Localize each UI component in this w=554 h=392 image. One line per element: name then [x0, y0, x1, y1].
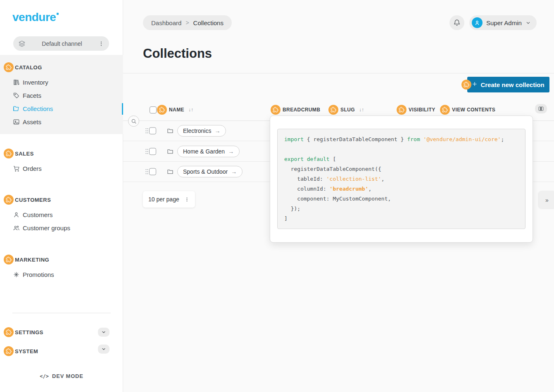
user-icon: [13, 211, 20, 218]
nav-section-header-catalog[interactable]: CATALOG: [0, 61, 123, 74]
channel-label: Default channel: [26, 40, 98, 47]
sidebar-item-promotions[interactable]: Promotions: [0, 268, 123, 281]
code-line: import { registerDataTableComponent } fr…: [284, 135, 518, 144]
column-settings-button[interactable]: [535, 104, 547, 113]
code-line: [284, 144, 518, 154]
devmode-puzzle-badge[interactable]: [4, 195, 14, 205]
sort-icon[interactable]: ↓↑: [188, 107, 193, 113]
code-token: import: [284, 136, 304, 142]
folder-icon: [167, 148, 174, 155]
code-token: ,: [381, 176, 385, 182]
library-icon: [13, 79, 20, 86]
dev-mode-toggle[interactable]: </> DEV MODE: [0, 373, 123, 379]
code-token: registerDataTableComponent({: [284, 166, 381, 172]
devmode-puzzle-badge[interactable]: [461, 80, 471, 90]
notifications-button[interactable]: [449, 15, 464, 30]
expand-settings-button[interactable]: [98, 328, 109, 337]
next-page-button[interactable]: »: [538, 191, 554, 209]
nav-section-catalog: CATALOG Inventory Facets Collections: [0, 55, 123, 134]
sidebar-item-label: Customers: [23, 211, 53, 218]
items-per-page-select[interactable]: 10 per page: [143, 191, 195, 208]
code-line: export default [: [284, 154, 518, 164]
kebab-icon[interactable]: [98, 41, 104, 47]
sidebar-item-assets[interactable]: Assets: [0, 115, 123, 128]
row-checkbox[interactable]: [149, 168, 156, 175]
sidebar-item-customer-groups[interactable]: Customer groups: [0, 221, 123, 234]
breadcrumb-current: Collections: [193, 19, 224, 26]
column-header-name[interactable]: NAME ↓↑: [157, 105, 193, 115]
nav-section-label: CUSTOMERS: [15, 197, 51, 203]
arrow-right-icon: →: [214, 128, 220, 134]
column-header-visibility: VISIBILITY: [397, 105, 435, 115]
arrow-right-icon: →: [231, 168, 237, 175]
devmode-puzzle-badge[interactable]: [157, 105, 167, 115]
nav-section-label: MARKETING: [15, 257, 49, 263]
users-icon: [13, 224, 20, 231]
code-token: [: [330, 156, 336, 162]
devmode-puzzle-badge[interactable]: [271, 105, 281, 115]
collection-link[interactable]: Home & Garden →: [177, 146, 240, 157]
sidebar-item-label: Orders: [23, 165, 42, 172]
vendure-logo[interactable]: vendure: [12, 11, 59, 24]
create-new-collection-button[interactable]: + Create new collection: [467, 77, 549, 92]
code-token: export: [284, 156, 304, 162]
devmode-code-popover: import { registerDataTableComponent } fr…: [270, 116, 533, 243]
code-token: });: [284, 205, 300, 212]
sidebar-item-orders[interactable]: Orders: [0, 162, 123, 175]
sidebar-item-customers[interactable]: Customers: [0, 208, 123, 221]
devmode-puzzle-badge[interactable]: [397, 105, 407, 115]
select-all-checkbox[interactable]: [150, 106, 157, 113]
nav-section-label: SYSTEM: [15, 348, 38, 354]
code-token: { registerDataTableComponent }: [304, 136, 407, 142]
collection-link[interactable]: Electronics →: [177, 125, 226, 137]
nav-section-header-marketing[interactable]: MARKETING: [0, 253, 123, 266]
folder-icon: [13, 105, 20, 112]
sidebar-item-inventory[interactable]: Inventory: [0, 76, 123, 89]
sidebar-item-collections[interactable]: Collections: [0, 102, 123, 115]
layers-icon: [18, 40, 26, 47]
user-menu[interactable]: Super Admin: [469, 15, 537, 30]
nav-section-header-sales[interactable]: SALES: [0, 147, 123, 160]
sidebar-divider: [12, 313, 111, 313]
search-button[interactable]: [128, 116, 139, 127]
expand-system-button[interactable]: [98, 345, 109, 354]
code-token: tableId:: [284, 176, 326, 182]
user-name: Super Admin: [486, 19, 522, 26]
column-header-view-contents: VIEW CONTENTS: [440, 105, 495, 115]
devmode-puzzle-badge[interactable]: [4, 327, 14, 337]
devmode-puzzle-badge[interactable]: [4, 255, 14, 264]
code-token: 'breadcrumb': [330, 186, 369, 192]
code-token: ]: [284, 215, 288, 222]
code-line: component: MyCustomComponent,: [284, 194, 518, 204]
code-token: [420, 136, 423, 142]
breadcrumb: Dashboard > Collections: [143, 15, 232, 30]
devmode-puzzle-badge[interactable]: [440, 105, 450, 115]
drag-handle-icon[interactable]: [145, 169, 148, 174]
nav-section-header-system[interactable]: SYSTEM: [0, 345, 123, 358]
main-content: Dashboard > Collections Super Admin Coll…: [123, 0, 554, 392]
chevron-down-icon: [101, 347, 106, 352]
columns-icon: [538, 106, 544, 112]
drag-handle-icon[interactable]: [145, 128, 148, 134]
sort-icon[interactable]: ↓↑: [359, 107, 364, 113]
collection-link[interactable]: Sports & Outdoor →: [177, 166, 243, 177]
devmode-puzzle-badge[interactable]: [4, 346, 14, 356]
image-icon: [13, 118, 20, 125]
sidebar-item-facets[interactable]: Facets: [0, 89, 123, 102]
column-header-slug[interactable]: SLUG ↓↑: [328, 105, 364, 115]
devmode-puzzle-badge[interactable]: [4, 149, 14, 158]
nav-section-header-settings[interactable]: SETTINGS: [0, 326, 123, 339]
drag-handle-icon[interactable]: [145, 149, 148, 154]
app-window: vendure Default channel CATALOG: [0, 0, 554, 392]
sidebar-item-label: Assets: [23, 118, 41, 125]
nav-section-header-customers[interactable]: CUSTOMERS: [0, 193, 123, 206]
code-line: columnId: 'breadcrumb',: [284, 184, 518, 194]
devmode-puzzle-badge[interactable]: [328, 105, 338, 115]
tag-icon: [13, 92, 20, 99]
channel-selector[interactable]: Default channel: [13, 36, 109, 51]
row-checkbox[interactable]: [149, 128, 156, 135]
devmode-puzzle-badge[interactable]: [4, 62, 14, 72]
chevron-down-icon: [525, 20, 531, 26]
row-checkbox[interactable]: [149, 148, 156, 155]
breadcrumb-dashboard-link[interactable]: Dashboard: [151, 19, 181, 26]
